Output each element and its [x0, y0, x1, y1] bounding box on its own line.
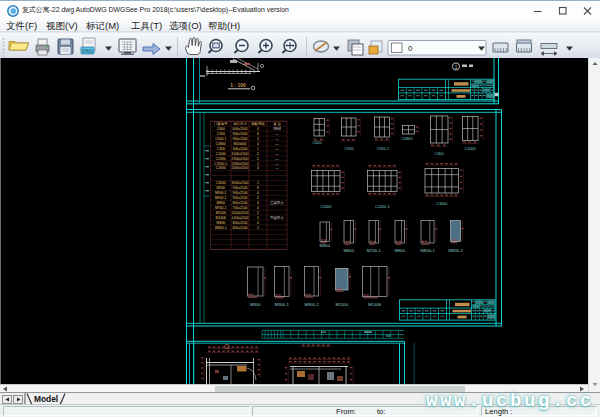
- svg-text:备 注: 备 注: [273, 122, 281, 126]
- svg-text:2000x1500: 2000x1500: [232, 166, 249, 170]
- svg-text:900x2100: 900x2100: [233, 186, 248, 190]
- svg-text:600x1500: 600x1500: [233, 127, 248, 131]
- svg-text:C0800: C0800: [216, 142, 226, 146]
- svg-text:W800-1: W800-1: [215, 226, 227, 230]
- svg-text:0: 0: [408, 44, 413, 53]
- svg-text:C2300: C2300: [216, 157, 226, 161]
- svg-text:800x2100: 800x2100: [233, 226, 248, 230]
- svg-text:M1406: M1406: [368, 302, 381, 307]
- svg-text:—: —: [275, 142, 279, 146]
- svg-text:M900: M900: [217, 186, 226, 190]
- svg-text:洞口尺寸: 洞口尺寸: [233, 122, 247, 126]
- svg-text:M900-1: M900-1: [275, 302, 290, 307]
- svg-text:C900-1: C900-1: [377, 147, 389, 151]
- svg-text:1400x2100: 1400x2100: [232, 216, 249, 220]
- svg-text:6: 6: [257, 186, 259, 190]
- svg-text:M900: M900: [320, 243, 331, 248]
- svg-text:4: 4: [257, 191, 259, 195]
- svg-text:REM: REM: [273, 127, 281, 131]
- svg-text:M900-2: M900-2: [215, 196, 227, 200]
- svg-text:700x2100: 700x2100: [233, 206, 248, 210]
- svg-text:C2000: C2000: [216, 166, 226, 170]
- svg-text:4: 4: [257, 142, 259, 146]
- svg-text:门窗编号: 门窗编号: [214, 122, 228, 126]
- svg-text:3000x1500: 3000x1500: [232, 181, 249, 185]
- svg-text:1000x1500: 1000x1500: [232, 152, 249, 156]
- svg-text:C600: C600: [312, 141, 321, 145]
- svg-text:M800: M800: [395, 248, 406, 253]
- svg-text:C0800: C0800: [401, 137, 412, 141]
- svg-text:M1100: M1100: [336, 302, 349, 307]
- svg-text:C2000-1: C2000-1: [375, 205, 390, 209]
- svg-text:1: 1: [257, 147, 259, 151]
- svg-text:C1000: C1000: [464, 147, 475, 151]
- svg-text:2: 2: [257, 152, 259, 156]
- svg-text:W800: W800: [216, 221, 225, 225]
- svg-text:C900: C900: [344, 147, 353, 151]
- svg-text:甲级防火: 甲级防火: [270, 215, 284, 220]
- svg-text:M800: M800: [217, 201, 226, 205]
- svg-text:2: 2: [257, 162, 259, 166]
- svg-text:2: 2: [257, 216, 259, 220]
- svg-text:300x1500: 300x1500: [233, 147, 248, 151]
- svg-text:C600: C600: [217, 127, 225, 131]
- svg-text:4: 4: [257, 221, 259, 225]
- svg-text:2: 2: [257, 157, 259, 161]
- svg-text:800x600: 800x600: [233, 142, 246, 146]
- svg-text:900x2100: 900x2100: [233, 196, 248, 200]
- svg-text:M700-1: M700-1: [215, 206, 227, 210]
- svg-text:C3000: C3000: [436, 202, 447, 206]
- svg-text:1 : 100: 1 : 100: [230, 82, 246, 88]
- svg-text:W800-1: W800-1: [420, 248, 435, 253]
- svg-text:2: 2: [257, 211, 259, 215]
- svg-text:2300x1500: 2300x1500: [232, 157, 249, 161]
- svg-text:C300: C300: [217, 147, 225, 151]
- svg-text:C900: C900: [217, 132, 225, 136]
- svg-text:—: —: [275, 152, 279, 156]
- svg-text:—: —: [275, 162, 279, 166]
- svg-text:1100x2100: 1100x2100: [232, 211, 249, 215]
- svg-text:2: 2: [257, 226, 259, 230]
- svg-text:C2000: C2000: [320, 205, 331, 209]
- svg-text:4: 4: [257, 166, 259, 170]
- svg-text:4: 4: [257, 201, 259, 205]
- svg-text:4: 4: [257, 127, 259, 131]
- svg-text:800x2100: 800x2100: [233, 201, 248, 205]
- svg-text:M900-1: M900-1: [215, 191, 227, 195]
- svg-text:2300x1500: 2300x1500: [232, 162, 249, 166]
- svg-text:C2300-1: C2300-1: [214, 162, 227, 166]
- svg-text:1: 1: [455, 65, 458, 70]
- svg-text:M800: M800: [344, 248, 355, 253]
- svg-text:900x1500: 900x1500: [233, 137, 248, 141]
- svg-text:M1100: M1100: [216, 211, 226, 215]
- svg-text:800x2100: 800x2100: [233, 221, 248, 225]
- svg-text:—: —: [275, 157, 279, 161]
- svg-text:樘数规格: 樘数规格: [251, 121, 265, 126]
- svg-text:900x1500: 900x1500: [233, 132, 248, 136]
- svg-text:DWG: DWG: [82, 49, 93, 54]
- svg-text:2: 2: [257, 196, 259, 200]
- svg-text:2: 2: [257, 181, 259, 185]
- svg-text:6: 6: [257, 132, 259, 136]
- svg-text:—: —: [275, 137, 279, 141]
- svg-text:C900-1: C900-1: [215, 137, 226, 141]
- svg-text:—: —: [275, 147, 279, 151]
- svg-text:C3000: C3000: [216, 181, 226, 185]
- svg-text:900x2100: 900x2100: [233, 191, 248, 195]
- svg-text:4: 4: [257, 206, 259, 210]
- svg-text:乙级防火: 乙级防火: [270, 200, 284, 205]
- svg-text:M700-1: M700-1: [367, 248, 382, 253]
- svg-text:W800-2: W800-2: [448, 248, 463, 253]
- svg-text:2: 2: [257, 137, 259, 141]
- svg-text:—: —: [275, 166, 279, 170]
- svg-text:—: —: [275, 132, 279, 136]
- svg-text:M900: M900: [250, 302, 261, 307]
- svg-text:M1406: M1406: [216, 216, 226, 220]
- svg-text:C300: C300: [434, 152, 443, 156]
- svg-text:M900-2: M900-2: [304, 302, 319, 307]
- svg-text:C1000: C1000: [216, 152, 226, 156]
